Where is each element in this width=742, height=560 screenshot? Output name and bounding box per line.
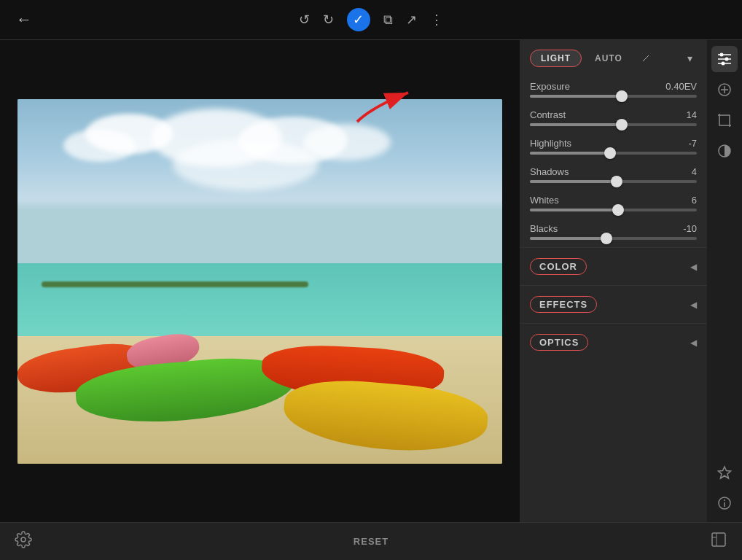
- healing-icon[interactable]: [711, 77, 738, 103]
- whites-label: Whites: [530, 195, 559, 206]
- undo-button[interactable]: ↺: [299, 12, 310, 28]
- shadows-label: Shadows: [530, 166, 569, 177]
- top-bar-center: ↺ ↻ ✓ ⧉ ↗ ⋮: [250, 8, 491, 31]
- reset-button[interactable]: RESET: [354, 536, 388, 547]
- highlights-slider-row: Highlights -7: [520, 133, 707, 162]
- blacks-value: -10: [683, 223, 697, 234]
- exposure-value: 0.40EV: [665, 81, 697, 92]
- svg-point-6: [722, 62, 725, 66]
- more-button[interactable]: ⋮: [430, 12, 443, 28]
- island: [42, 281, 308, 287]
- circle-icon[interactable]: [711, 138, 738, 164]
- svg-point-14: [724, 499, 725, 501]
- highlights-thumb[interactable]: [604, 147, 616, 159]
- color-label: COLOR: [530, 258, 587, 275]
- settings-icon[interactable]: [15, 531, 32, 552]
- light-header: LIGHT AUTO ⟋ ▾: [520, 40, 707, 77]
- effects-label: EFFECTS: [530, 296, 597, 313]
- contrast-thumb[interactable]: [616, 119, 628, 131]
- info-icon[interactable]: [711, 490, 738, 516]
- bottom-bar: RESET: [0, 522, 742, 560]
- effects-arrow: ◀: [690, 300, 697, 310]
- exposure-track[interactable]: [530, 95, 697, 98]
- clouds: [42, 109, 478, 209]
- photo-area: [0, 40, 520, 522]
- whites-track[interactable]: [530, 209, 697, 211]
- optics-label: OPTICS: [530, 334, 588, 351]
- color-section[interactable]: COLOR ◀: [520, 247, 707, 285]
- icon-strip: [707, 40, 742, 522]
- highlights-track[interactable]: [530, 152, 697, 155]
- effects-section[interactable]: EFFECTS ◀: [520, 285, 707, 323]
- contrast-track[interactable]: [530, 123, 697, 126]
- shadows-slider-row: Shadows 4: [520, 162, 707, 190]
- sliders-icon[interactable]: [711, 46, 738, 72]
- shadows-track[interactable]: [530, 180, 697, 183]
- main-area: LIGHT AUTO ⟋ ▾ Exposure 0.40EV: [0, 40, 742, 522]
- color-arrow: ◀: [690, 262, 697, 272]
- exposure-slider-row: Exposure 0.40EV: [520, 77, 707, 105]
- optics-arrow: ◀: [690, 338, 697, 348]
- contrast-slider-row: Contrast 14: [520, 105, 707, 133]
- top-bar-left: ←: [9, 6, 250, 34]
- blacks-thumb[interactable]: [601, 233, 612, 244]
- whites-slider-row: Whites 6: [520, 190, 707, 219]
- check-button[interactable]: ✓: [347, 8, 370, 31]
- back-button[interactable]: ←: [9, 6, 39, 34]
- top-bar: ← ↺ ↻ ✓ ⧉ ↗ ⋮: [0, 0, 742, 40]
- svg-point-15: [21, 537, 26, 542]
- optics-section[interactable]: OPTICS ◀: [520, 323, 707, 361]
- exposure-label-row: Exposure 0.40EV: [530, 81, 697, 92]
- crop-icon[interactable]: [711, 107, 738, 133]
- shadows-value: 4: [692, 166, 697, 177]
- auto-button[interactable]: AUTO: [587, 50, 630, 66]
- highlights-label: Highlights: [530, 138, 571, 149]
- highlights-value: -7: [688, 138, 697, 149]
- star-icon[interactable]: [711, 459, 738, 486]
- redo-button[interactable]: ↻: [323, 12, 334, 28]
- share-button[interactable]: ↗: [406, 12, 417, 28]
- whites-value: 6: [692, 195, 697, 206]
- svg-marker-11: [719, 467, 731, 478]
- blacks-track[interactable]: [530, 237, 697, 240]
- right-panel: LIGHT AUTO ⟋ ▾ Exposure 0.40EV: [520, 40, 742, 522]
- svg-point-2: [720, 53, 724, 57]
- panel-content: LIGHT AUTO ⟋ ▾ Exposure 0.40EV: [520, 40, 707, 522]
- contrast-label: Contrast: [530, 109, 566, 120]
- blacks-label: Blacks: [530, 223, 558, 234]
- light-section: LIGHT AUTO ⟋ ▾ Exposure 0.40EV: [520, 40, 707, 247]
- whites-thumb[interactable]: [612, 204, 624, 216]
- exposure-label: Exposure: [530, 81, 570, 92]
- photo-canvas: [17, 99, 502, 464]
- light-tab[interactable]: LIGHT: [530, 50, 582, 67]
- blacks-slider-row: Blacks -10: [520, 219, 707, 247]
- dropdown-button[interactable]: ▾: [683, 50, 697, 67]
- shadows-thumb[interactable]: [611, 176, 622, 187]
- svg-point-4: [725, 58, 729, 61]
- export-icon[interactable]: [710, 531, 727, 552]
- contrast-value: 14: [687, 109, 697, 120]
- compare-button[interactable]: ⧉: [383, 12, 393, 28]
- exposure-thumb[interactable]: [616, 90, 628, 102]
- svg-rect-16: [712, 533, 725, 546]
- curve-button[interactable]: ⟋: [636, 49, 656, 68]
